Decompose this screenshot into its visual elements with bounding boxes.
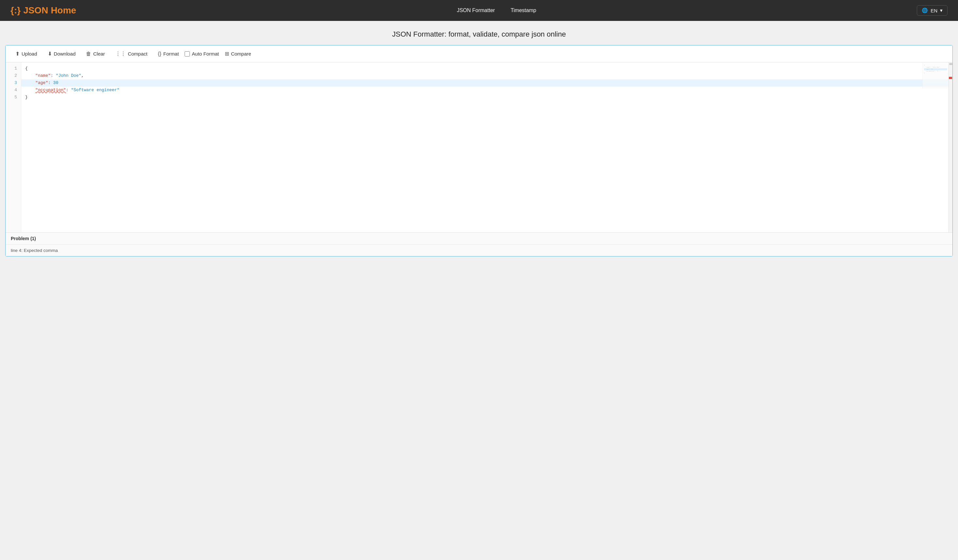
token-value-age: 30 [53,79,59,87]
line-num-1: 1 [6,65,21,72]
token-key-occupation: "occupation" [35,87,66,94]
toolbar: ⬆ Upload ⬇ Download 🗑 Clear ⋮⋮ Compact {… [6,45,952,62]
logo-icon: {:} [11,5,21,16]
compact-button[interactable]: ⋮⋮ Compact [111,49,152,59]
globe-icon: 🌐 [922,8,928,13]
clear-label: Clear [93,51,105,57]
code-line-2: "name" : "John Doe" , [25,72,950,79]
logo-home-text: Home [51,5,76,16]
code-line-3: "age" : 30 [21,79,950,87]
compact-label: Compact [128,51,148,57]
upload-icon: ⬆ [15,51,20,57]
logo-json-text: JSON [23,5,48,16]
error-scroll-indicator [949,77,952,79]
scrollbar-track[interactable] [948,62,952,232]
minimap: { "name": "John Doe", "age": 30 "occupat… [922,62,948,89]
lang-label: EN [931,8,937,13]
token-value-occupation: "Software engineer" [71,87,119,94]
upload-button[interactable]: ⬆ Upload [11,49,42,59]
auto-format-label: Auto Format [192,51,219,57]
token-key-age: "age" [35,79,48,87]
main-nav: JSON Formatter Timestamp [457,8,536,13]
auto-format-toggle[interactable]: Auto Format [185,51,219,57]
token-close-brace: } [25,94,28,101]
clear-button[interactable]: 🗑 Clear [81,49,109,59]
line-num-5: 5 [6,94,21,101]
problem-item-1: line 4: Expected comma [6,245,952,256]
main-container: ⬆ Upload ⬇ Download 🗑 Clear ⋮⋮ Compact {… [5,45,953,257]
scrollbar-thumb [949,63,952,65]
compare-button[interactable]: ⊞ Compare [220,49,256,59]
download-label: Download [54,51,76,57]
line-num-2: 2 [6,72,21,79]
chevron-down-icon: ▾ [940,8,943,13]
auto-format-checkbox[interactable] [185,51,190,57]
format-icon: {} [158,51,162,57]
problem-header: Problem (1) [6,233,952,245]
compact-icon: ⋮⋮ [115,51,126,57]
download-icon: ⬇ [48,51,52,57]
logo: {:} JSON Home [11,5,76,16]
download-button[interactable]: ⬇ Download [43,49,80,59]
upload-label: Upload [22,51,37,57]
token-open-brace: { [25,65,28,72]
page-title: JSON Formatter: format, validate, compar… [5,30,953,38]
compare-icon: ⊞ [225,51,229,57]
header: {:} JSON Home JSON Formatter Timestamp 🌐… [0,0,958,21]
token-value-name: "John Doe" [56,72,81,79]
line-num-3: 3 [6,79,21,87]
problem-panel: Problem (1) line 4: Expected comma [6,232,952,256]
nav-timestamp[interactable]: Timestamp [511,8,536,13]
format-button[interactable]: {} Format [153,49,183,59]
code-line-4: "occupation" : "Software engineer" [25,87,950,94]
language-selector[interactable]: 🌐 EN ▾ [917,5,947,16]
format-label: Format [163,51,179,57]
code-editor[interactable]: { "name" : "John Doe" , "age" : 30 [21,62,952,232]
line-numbers: 1 2 3 4 5 [6,62,21,232]
trash-icon: 🗑 [86,51,91,57]
code-line-5: } [25,94,950,101]
line-num-4: 4 [6,87,21,94]
nav-json-formatter[interactable]: JSON Formatter [457,8,495,13]
compare-label: Compare [231,51,251,57]
token-key-name: "name" [35,72,51,79]
code-line-1: { [25,65,950,72]
editor-wrapper: 1 2 3 4 5 { "name" : "John Doe" , [6,62,952,232]
page-title-section: JSON Formatter: format, validate, compar… [0,21,958,45]
